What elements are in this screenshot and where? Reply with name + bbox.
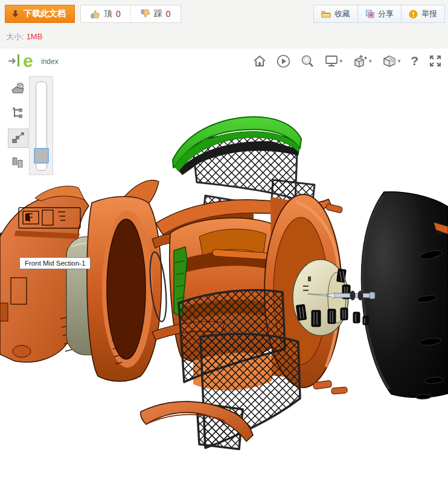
file-size-value: 1MB: [27, 32, 43, 41]
share-button[interactable]: 分享: [357, 5, 401, 22]
dropdown-caret-icon: ▾: [369, 59, 372, 64]
report-button[interactable]: 举报: [401, 5, 444, 22]
model-canvas[interactable]: [0, 78, 448, 495]
upvote-count: 0: [116, 9, 121, 19]
home-icon: [253, 54, 266, 68]
thumbs-down-icon: [141, 9, 150, 19]
fullscreen-icon: [429, 54, 442, 68]
play-icon: [277, 54, 290, 68]
share-icon: [365, 10, 374, 18]
favorite-label: 收藏: [334, 8, 350, 19]
cube-icon: [382, 54, 397, 68]
top-action-bar: 下载此文档 顶 0 踩 0: [0, 0, 448, 48]
report-label: 举报: [421, 8, 437, 19]
downvote-button[interactable]: 踩 0: [130, 5, 181, 22]
file-size-label: 大小:: [6, 32, 24, 41]
fullscreen-button[interactable]: [429, 54, 442, 68]
edrawings-arrow-icon: [7, 53, 23, 68]
downvote-count: 0: [166, 9, 171, 19]
edrawings-viewer: e index: [0, 49, 448, 495]
drawing-views-button[interactable]: ▾: [353, 54, 372, 68]
zoom-button[interactable]: [301, 54, 315, 68]
favorite-button[interactable]: 收藏: [314, 5, 357, 22]
box-arrow-icon: [353, 54, 368, 68]
report-exclamation-icon: [409, 10, 418, 19]
edrawings-logo: e: [7, 53, 33, 68]
display-options-button[interactable]: ▾: [325, 54, 343, 68]
view-orientation-button[interactable]: ▾: [382, 54, 401, 68]
folder-icon: [321, 10, 331, 18]
help-icon: ?: [411, 54, 418, 68]
dropdown-caret-icon: ▾: [398, 59, 401, 64]
dropdown-caret-icon: ▾: [340, 59, 343, 64]
download-label: 下载此文档: [24, 8, 66, 19]
document-name: index: [41, 57, 59, 66]
downvote-label: 踩: [154, 8, 162, 19]
zoom-magnifier-icon: [301, 54, 315, 68]
page: 下载此文档 顶 0 踩 0: [0, 0, 448, 495]
viewer-toolbar: ▾ ▾ ▾ ?: [253, 54, 442, 68]
edrawings-logo-e: e: [23, 54, 33, 68]
share-label: 分享: [378, 8, 394, 19]
doc-action-group: 收藏 分享 举报: [313, 5, 445, 23]
monitor-icon: [325, 54, 339, 68]
file-size: 大小:1MB: [6, 31, 42, 42]
thumbs-up-icon: [91, 9, 100, 19]
download-button[interactable]: 下载此文档: [5, 5, 75, 23]
download-arrow-icon: [11, 10, 19, 18]
home-button[interactable]: [253, 54, 266, 68]
part-tooltip: Front Mid Section-1: [19, 257, 91, 269]
upvote-label: 顶: [104, 8, 112, 19]
vote-group: 顶 0 踩 0: [80, 5, 181, 23]
help-button[interactable]: ?: [411, 54, 418, 68]
animation-play-button[interactable]: [277, 54, 290, 68]
upvote-button[interactable]: 顶 0: [81, 5, 130, 22]
